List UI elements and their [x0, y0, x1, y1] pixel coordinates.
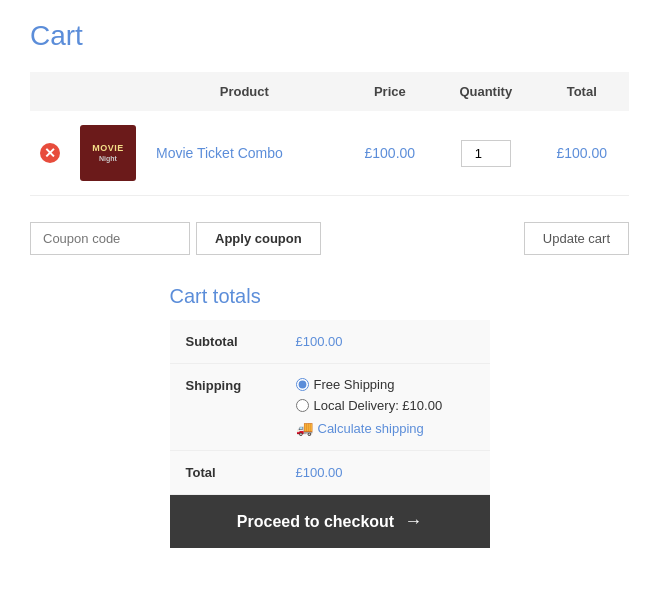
update-cart-button[interactable]: Update cart — [524, 222, 629, 255]
product-image-subtitle: Night — [92, 154, 124, 163]
remove-cell: ✕ — [30, 111, 70, 196]
shipping-label-free-shipping[interactable]: Free Shipping — [314, 378, 395, 391]
shipping-options-cell: Free Shipping Local Delivery: £10.00 🚚 C… — [280, 364, 490, 451]
product-image: Movie Night — [80, 125, 136, 181]
shipping-radio-free-shipping[interactable] — [296, 378, 309, 391]
col-header-price: Price — [343, 72, 438, 111]
page-title: Cart — [30, 20, 629, 52]
shipping-row: Shipping Free Shipping Local Delivery: £… — [170, 364, 490, 451]
proceed-to-checkout-button[interactable]: Proceed to checkout → — [170, 495, 490, 548]
apply-coupon-button[interactable]: Apply coupon — [196, 222, 321, 255]
total-label: Total — [170, 451, 280, 495]
total-value: £100.00 — [280, 451, 490, 495]
shipping-label-local-delivery[interactable]: Local Delivery: £10.00 — [314, 399, 443, 412]
quantity-input[interactable] — [461, 140, 511, 167]
remove-icon: ✕ — [40, 143, 60, 163]
coupon-input[interactable] — [30, 222, 190, 255]
shipping-option: Free Shipping — [296, 378, 474, 391]
cart-totals-title: Cart totals — [170, 285, 490, 308]
shipping-option: Local Delivery: £10.00 — [296, 399, 474, 412]
total-cell: £100.00 — [534, 111, 629, 196]
product-image-title: Movie — [92, 143, 124, 155]
cart-totals-box: Cart totals Subtotal £100.00 Shipping Fr… — [170, 285, 490, 548]
subtotal-value: £100.00 — [280, 320, 490, 364]
calculate-shipping-link[interactable]: 🚚 Calculate shipping — [296, 420, 474, 436]
product-name-cell: Movie Ticket Combo — [146, 111, 343, 196]
col-header-product: Product — [146, 72, 343, 111]
total-row: Total £100.00 — [170, 451, 490, 495]
coupon-row: Apply coupon Update cart — [30, 212, 629, 275]
product-link[interactable]: Movie Ticket Combo — [156, 145, 283, 161]
cart-totals-section: Cart totals Subtotal £100.00 Shipping Fr… — [30, 285, 629, 548]
table-row: ✕ Movie Night Movie Ticket Combo £100.00… — [30, 111, 629, 196]
product-image-cell: Movie Night — [70, 111, 146, 196]
col-header-total: Total — [534, 72, 629, 111]
calculate-shipping-label: Calculate shipping — [318, 421, 424, 436]
arrow-icon: → — [404, 511, 422, 532]
col-header-quantity: Quantity — [437, 72, 534, 111]
coupon-left: Apply coupon — [30, 222, 321, 255]
subtotal-label: Subtotal — [170, 320, 280, 364]
totals-table: Subtotal £100.00 Shipping Free Shipping … — [170, 320, 490, 495]
truck-icon: 🚚 — [296, 420, 313, 436]
cart-table: Product Price Quantity Total ✕ Movie Nig… — [30, 72, 629, 196]
col-header-remove — [30, 72, 146, 111]
checkout-label: Proceed to checkout — [237, 513, 394, 531]
shipping-radio-local-delivery[interactable] — [296, 399, 309, 412]
price-cell: £100.00 — [343, 111, 438, 196]
shipping-label: Shipping — [170, 364, 280, 451]
subtotal-row: Subtotal £100.00 — [170, 320, 490, 364]
quantity-cell — [437, 111, 534, 196]
remove-item-button[interactable]: ✕ — [40, 143, 60, 163]
